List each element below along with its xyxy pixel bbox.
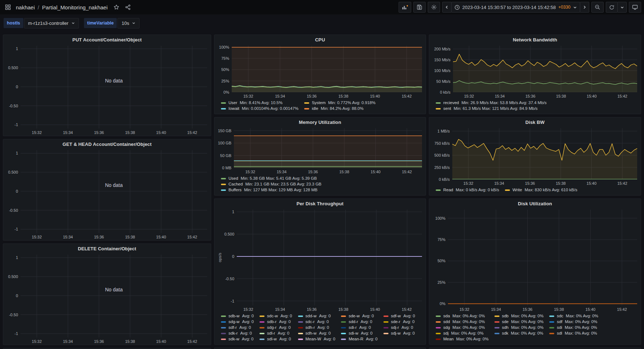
plot-area[interactable]: No data — [21, 255, 207, 337]
legend-item-buffers[interactable]: BuffersMin: 127 MB Max: 129 MB Avg: 128 … — [221, 187, 321, 193]
panel-header[interactable]: CPU — [214, 35, 426, 44]
refresh-button[interactable] — [606, 2, 618, 13]
dashboard-grid: PUT Account/Container/Object 10.5000-0.5… — [0, 32, 644, 349]
legend-item-sdd[interactable]: sddMax: 0% Avg: 0% — [436, 319, 489, 325]
kiosk-mode-button[interactable] — [629, 2, 641, 13]
legend-item-sdk-r[interactable]: sdk-rAvg: 0 — [221, 331, 254, 336]
legend-item-sdi-r[interactable]: sdi-rAvg: 0 — [341, 325, 377, 330]
legend-item-mean[interactable]: MeanMax: 0% Avg: 0% — [436, 336, 489, 342]
panel-header[interactable]: Per Disk Throughput — [214, 199, 426, 208]
legend-item-mean-w[interactable]: Mean-WAvg: 0 — [298, 336, 336, 342]
dashboard-settings-button[interactable] — [428, 2, 440, 13]
panel-header[interactable]: Network Bandwidth — [429, 35, 641, 44]
time-range-picker-button[interactable]: 2023-03-14 15:30:57 to 2023-03-14 15:42:… — [451, 2, 580, 13]
panel-header[interactable]: Disk Utilization — [429, 199, 641, 208]
plot-area[interactable]: No data — [21, 46, 207, 129]
legend-item-sdb[interactable]: sdbMax: 0% Avg: 0% — [494, 313, 543, 319]
legend-item-sdi-w[interactable]: sdi-wAvg: 0 — [341, 331, 377, 336]
plot-area[interactable] — [232, 46, 422, 92]
legend-item-sdl[interactable]: sdlMax: 0% Avg: 0% — [549, 331, 598, 336]
panel-header[interactable]: Disk BW — [429, 117, 641, 127]
legend-item-sdh-r[interactable]: sdh-rAvg: 0 — [298, 325, 336, 330]
column-left: PUT Account/Container/Object 10.5000-0.5… — [3, 35, 211, 349]
legend-item-sdd-w[interactable]: sdd-wAvg: 0 — [298, 313, 336, 319]
legend-series-name: sdd — [443, 319, 450, 325]
legend-item-cached[interactable]: CachedMin: 23.1 GB Max: 23.5 GB Avg: 23.… — [221, 182, 321, 187]
timezone-offset: +0330 — [558, 5, 570, 10]
refresh-interval-dropdown[interactable] — [617, 2, 627, 13]
legend-series-name: sdb-w — [228, 313, 240, 319]
legend-item-sdj[interactable]: sdjMax: 0% Avg: 0% — [436, 331, 489, 336]
legend-item-sdd-r[interactable]: sdd-rAvg: 0 — [341, 319, 377, 325]
time-shift-back-button[interactable] — [442, 2, 452, 13]
panel-header[interactable]: PUT Account/Container/Object — [3, 35, 211, 44]
legend-item-sdh[interactable]: sdhMax: 0% Avg: 0% — [494, 325, 543, 330]
star-dashboard-button[interactable] — [111, 2, 121, 12]
plot-area[interactable] — [452, 128, 637, 179]
legend-item-user[interactable]: UserMin: 8.41% Avg: 10.5% — [221, 100, 298, 106]
legend-item-sdi[interactable]: sdiMax: 0% Avg: 0% — [549, 325, 598, 330]
zoom-out-time-button[interactable] — [591, 2, 604, 13]
legend-item-sdf-w[interactable]: sdf-wAvg: 0 — [383, 313, 415, 319]
legend-item-sde-w[interactable]: sde-wAvg: 0 — [341, 313, 377, 319]
time-range-text: 2023-03-14 15:30:57 to 2023-03-14 15:42:… — [462, 5, 556, 10]
legend-item-sda[interactable]: sdaMax: 0% Avg: 0% — [436, 313, 489, 319]
legend-item-sdf-r[interactable]: sdf-rAvg: 0 — [221, 325, 254, 330]
plot-area[interactable] — [234, 128, 422, 168]
plot-area[interactable] — [448, 210, 637, 305]
legend-item-sdb-r[interactable]: sdb-rAvg: 0 — [259, 319, 292, 325]
search-minus-icon — [595, 4, 600, 10]
legend-item-sde[interactable]: sdeMax: 0% Avg: 0% — [494, 319, 543, 325]
legend-item-sdc[interactable]: sdcMax: 0% Avg: 0% — [549, 313, 598, 319]
panel-header[interactable]: DELETE Container/Object — [3, 244, 211, 253]
legend-item-sdk[interactable]: sdkMax: 0% Avg: 0% — [494, 331, 543, 336]
legend-item-mean-r[interactable]: Mean-RAvg: 0 — [341, 336, 377, 342]
dashboards-grid-icon-button[interactable] — [3, 2, 13, 12]
put-chart: 10.5000-0.50-1 No data 15:3215:3415:3615… — [6, 46, 207, 136]
panel-header[interactable]: GET & HEAD Account/Container/Object — [3, 139, 211, 149]
legend-series-name: sdj-r — [391, 325, 399, 330]
plot-area[interactable]: No data — [21, 150, 207, 233]
legend-item-recieved[interactable]: recievedMin: 26.9 Mb/s Max: 53.8 Mb/s Av… — [436, 100, 547, 106]
plot-area[interactable] — [453, 46, 637, 92]
dashboard-title[interactable]: Partial_Monitoring_nakhaei — [42, 4, 108, 10]
legend-item-idle[interactable]: idleMin: 84.2% Avg: 88.0% — [304, 106, 376, 111]
legend-item-sdg[interactable]: sdgMax: 0% Avg: 0% — [436, 325, 489, 330]
plot-area[interactable] — [237, 210, 422, 305]
variable-value-hostls[interactable]: m-r1z1s3-controller — [24, 18, 79, 28]
legend-item-sdc-w[interactable]: sdc-wAvg: 0 — [259, 313, 292, 319]
variable-value-timevariable[interactable]: 10s — [117, 18, 139, 28]
legend-item-sdg-r[interactable]: sdg-rAvg: 0 — [259, 325, 292, 330]
grid-icon — [5, 4, 11, 10]
panel-header[interactable]: Memory Utilization — [214, 117, 426, 127]
legend-item-sdc-r[interactable]: sdc-rAvg: 0 — [298, 319, 336, 325]
time-shift-forward-button[interactable] — [580, 2, 589, 13]
breadcrumb-folder[interactable]: nakhaei — [16, 4, 35, 10]
legend-item-sdl-w[interactable]: sdl-wAvg: 0 — [259, 336, 292, 342]
legend-item-sdk-w[interactable]: sdk-wAvg: 0 — [221, 336, 254, 342]
legend-item-read[interactable]: ReadMax: 0 kB/s Avg: 0 kB/s — [436, 187, 499, 193]
share-dashboard-button[interactable] — [123, 2, 133, 12]
save-dashboard-button[interactable] — [413, 2, 426, 13]
legend-item-sdg-w[interactable]: sdg-wAvg: 0 — [221, 319, 254, 325]
legend-series-stats: Min: 0.772% Avg: 0.918% — [328, 100, 376, 106]
legend-item-sdb-w[interactable]: sdb-wAvg: 0 — [221, 313, 254, 319]
legend-item-sent[interactable]: sentMin: 61.3 Mb/s Max: 121 Mb/s Avg: 84… — [436, 106, 547, 111]
legend-item-write[interactable]: WriteMax: 830 kB/s Avg: 610 kB/s — [505, 187, 577, 193]
legend-item-iowait[interactable]: IowaitMin: 0.00104% Avg: 0.00147% — [221, 106, 298, 111]
legend-item-sdf[interactable]: sdfMax: 0% Avg: 0% — [549, 319, 598, 325]
panel-cpu: CPU 100%75%50%25%0% 15:3215:3415:3615:38… — [214, 35, 426, 114]
legend-series-name: Read — [443, 187, 453, 193]
y-axis-labels: 10.5000-0.50-1 — [6, 255, 21, 337]
add-panel-button[interactable] — [399, 2, 411, 13]
legend-item-sdj-w[interactable]: sdj-wAvg: 0 — [383, 331, 415, 336]
legend-item-sdl-r[interactable]: sdl-rAvg: 0 — [259, 331, 292, 336]
legend-series-stats: Max: 0% Avg: 0% — [511, 313, 543, 319]
legend-item-sde-r[interactable]: sde-rAvg: 0 — [383, 319, 415, 325]
legend-item-system[interactable]: SystemMin: 0.772% Avg: 0.918% — [304, 100, 376, 106]
legend-series-name: sdk — [502, 331, 508, 336]
legend-series-name: System — [312, 100, 325, 106]
legend-item-sdj-r[interactable]: sdj-rAvg: 0 — [383, 325, 415, 330]
legend-item-used[interactable]: UsedMin: 5.38 GB Max: 5.41 GB Avg: 5.39 … — [221, 176, 321, 181]
legend-item-sdh-w[interactable]: sdh-wAvg: 0 — [298, 331, 336, 336]
